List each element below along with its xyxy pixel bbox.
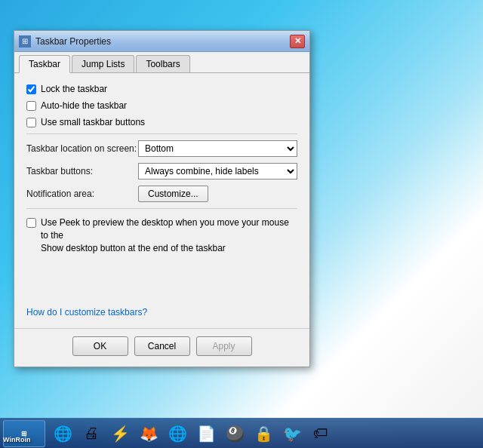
location-row: Taskbar location on screen: Bottom Top L… <box>26 140 297 157</box>
ok-button[interactable]: OK <box>72 336 128 356</box>
taskbar-icon-printer[interactable]: 🖨 <box>78 420 105 447</box>
dialog-titlebar: ⊞ Taskbar Properties ✕ <box>14 31 309 52</box>
taskbar-icon-document[interactable]: 📄 <box>192 420 220 447</box>
taskbar-icon-chrome[interactable]: 🌐 <box>164 420 191 447</box>
small-buttons-checkbox[interactable] <box>26 118 36 127</box>
dialog-footer: OK Cancel Apply <box>14 328 309 367</box>
separator-2 <box>26 208 297 209</box>
dialog-title-icon: ⊞ <box>19 35 31 48</box>
separator-1 <box>26 133 297 134</box>
peek-checkbox[interactable] <box>26 218 36 228</box>
customize-help-link[interactable]: How do I customize taskbars? <box>26 307 147 318</box>
autohide-checkbox[interactable] <box>26 101 36 111</box>
autohide-row: Auto-hide the taskbar <box>26 100 297 111</box>
tab-jump-lists[interactable]: Jump Lists <box>72 55 134 72</box>
tab-taskbar[interactable]: Taskbar <box>19 55 70 73</box>
apply-button[interactable]: Apply <box>196 336 252 356</box>
taskbar-icon-flash[interactable]: ⚡ <box>106 420 134 447</box>
notification-row: Notification area: Customize... <box>26 186 297 202</box>
lock-taskbar-label[interactable]: Lock the taskbar <box>41 84 107 94</box>
peek-label: Use Peek to preview the desktop when you… <box>41 216 297 254</box>
lock-taskbar-row: Lock the taskbar <box>26 84 297 94</box>
tab-toolbars[interactable]: Toolbars <box>136 55 189 72</box>
taskbar-icon-tag[interactable]: 🏷 <box>307 420 334 447</box>
customize-button[interactable]: Customize... <box>138 186 208 202</box>
close-button[interactable]: ✕ <box>290 35 305 48</box>
dialog-title: Taskbar Properties <box>35 36 290 47</box>
buttons-label: Taskbar buttons: <box>26 166 138 176</box>
taskbar-icon-ie[interactable]: 🌐 <box>49 420 76 447</box>
lock-taskbar-checkbox[interactable] <box>26 84 36 94</box>
notification-control: Customize... <box>138 186 297 202</box>
dialog-body: Lock the taskbar Auto-hide the taskbar U… <box>14 73 309 328</box>
buttons-select[interactable]: Always combine, hide labels Combine when… <box>138 163 297 180</box>
taskbar-properties-dialog: ⊞ Taskbar Properties ✕ Taskbar Jump List… <box>14 30 310 367</box>
taskbar-icon-firefox[interactable]: 🦊 <box>135 420 162 447</box>
location-select[interactable]: Bottom Top Left Right <box>138 140 297 157</box>
spacer <box>26 262 297 307</box>
tabs-bar: Taskbar Jump Lists Toolbars <box>14 52 309 73</box>
taskbar-icon-ball[interactable]: 🎱 <box>221 420 248 447</box>
autohide-label[interactable]: Auto-hide the taskbar <box>41 100 127 111</box>
taskbar: ⊞ 🌐 🖨 ⚡ 🦊 🌐 📄 🎱 🔒 🐦 🏷 WinRoin <box>0 418 483 448</box>
peek-row: Use Peek to preview the desktop when you… <box>26 216 297 254</box>
location-control: Bottom Top Left Right <box>138 140 297 157</box>
taskbar-icon-lock[interactable]: 🔒 <box>250 420 277 447</box>
small-buttons-row: Use small taskbar buttons <box>26 117 297 127</box>
notification-label: Notification area: <box>26 189 138 199</box>
buttons-row: Taskbar buttons: Always combine, hide la… <box>26 163 297 180</box>
small-buttons-label[interactable]: Use small taskbar buttons <box>41 117 145 127</box>
location-label: Taskbar location on screen: <box>26 143 138 154</box>
cancel-button[interactable]: Cancel <box>134 336 190 356</box>
winroin-label: WinRoin <box>3 436 30 443</box>
taskbar-icon-twitter[interactable]: 🐦 <box>278 420 306 447</box>
buttons-control: Always combine, hide labels Combine when… <box>138 163 297 180</box>
